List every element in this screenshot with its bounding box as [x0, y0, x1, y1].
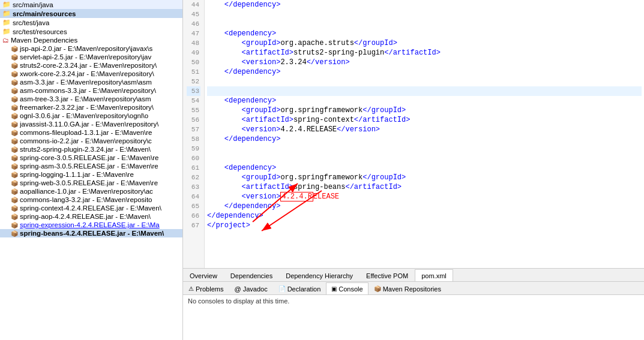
editor-tab[interactable]: pom.xml	[415, 269, 453, 281]
console-tab-label: @ Javadoc	[234, 285, 267, 293]
tree-label: Maven Dependencies	[11, 37, 77, 44]
jar-icon: 📦	[11, 163, 18, 170]
tree-item[interactable]: 📦asm-3.3.jar - E:\Maven\repository\asm\a…	[0, 78, 182, 86]
line-number: 54	[187, 96, 200, 106]
console-tab[interactable]: ▣Console	[326, 282, 368, 294]
code-editor[interactable]: 4445464748495051525354555657585960616263…	[183, 0, 644, 268]
tree-item[interactable]: 📦commons-io-2.2.jar - E:\Maven\repositor…	[0, 137, 182, 145]
xml-tag: <artifactId>	[242, 116, 293, 124]
tree-item[interactable]: 📦spring-asm-3.0.5.RELEASE.jar - E:\Maven…	[0, 162, 182, 170]
tree-item[interactable]: 📁src/test/java	[0, 18, 182, 27]
jar-icon: 📦	[11, 113, 18, 119]
tree-item[interactable]: 📦spring-beans-4.2.4.RELEASE.jar - E:\Mav…	[0, 229, 182, 237]
line-number: 57	[187, 125, 200, 134]
tree-item[interactable]: 📦servlet-api-2.5.jar - E:\Maven\reposito…	[0, 53, 182, 61]
editor-tab[interactable]: Dependencies	[224, 269, 279, 281]
xml-tag: </version>	[307, 58, 350, 67]
code-line: <groupId>org.springframework</groupId>	[207, 106, 642, 115]
xml-tag: <version>	[242, 58, 281, 67]
comment-text	[207, 20, 224, 28]
line-number: 56	[187, 115, 200, 125]
tree-item[interactable]: 📦struts2-core-2.3.24.jar - E:\Maven\repo…	[0, 61, 182, 70]
console-tab[interactable]: @ Javadoc	[229, 282, 272, 294]
tree-label: spring-logging-1.1.1.jar - E:\Maven\re	[20, 171, 134, 178]
tree-item[interactable]: 📁src/main/resources	[0, 9, 182, 18]
xml-tag: <groupId>	[242, 173, 281, 182]
jar-icon: 📦	[11, 88, 18, 94]
comment-zh	[207, 154, 224, 163]
line-number: 58	[187, 134, 200, 144]
line-number: 50	[187, 58, 200, 67]
line-number: 47	[187, 29, 200, 38]
console-tab-label: Console	[339, 285, 363, 293]
console-tab[interactable]: ⚠Problems	[183, 282, 229, 294]
jar-icon: 📦	[11, 230, 18, 237]
tree-item[interactable]: 🗂Maven Dependencies	[0, 36, 182, 44]
tree-item[interactable]: 📦commons-lang3-3.2.jar - E:\Maven\reposi…	[0, 195, 182, 204]
tree-item[interactable]: 📦jsp-api-2.0.jar - E:\Maven\repository\j…	[0, 44, 182, 53]
jar-icon: 📦	[11, 130, 18, 136]
tree-label: ognl-3.0.6.jar - E:\Maven\repository\ogn…	[20, 112, 148, 119]
console-tab[interactable]: 📄Declaration	[273, 282, 327, 294]
code-line: </dependency>	[207, 67, 642, 77]
folder-icon: 📁	[2, 19, 11, 26]
tree-label: spring-expression-4.2.4.RELEASE.jar - E:…	[20, 221, 160, 228]
console-content: No consoles to display at this time.	[183, 295, 644, 340]
editor-tab[interactable]: Dependency Hierarchy	[279, 269, 360, 281]
line-number: 63	[187, 182, 200, 192]
line-number: 67	[187, 221, 200, 230]
xml-tag: </artifactId>	[354, 116, 411, 124]
tree-item[interactable]: 📦spring-context-4.2.4.RELEASE.jar - E:\M…	[0, 204, 182, 212]
tree-item[interactable]: 📦spring-logging-1.1.1.jar - E:\Maven\re	[0, 170, 182, 179]
tree-label: commons-io-2.2.jar - E:\Maven\repository…	[20, 137, 152, 145]
comment-text	[207, 87, 224, 95]
tree-item[interactable]: 📦spring-aop-4.2.4.RELEASE.jar - E:\Maven…	[0, 212, 182, 221]
tree-item[interactable]: 📦spring-expression-4.2.4.RELEASE.jar - E…	[0, 221, 182, 229]
tree-item[interactable]: 📦xwork-core-2.3.24.jar - E:\Maven\reposi…	[0, 70, 182, 78]
code-line	[207, 10, 642, 19]
tree-label: src/test/resources	[13, 28, 67, 35]
tree-label: javassist-3.11.0.GA.jar - E:\Maven\repos…	[20, 121, 158, 128]
tree-item[interactable]: 📦ognl-3.0.6.jar - E:\Maven\repository\og…	[0, 112, 182, 120]
xml-tag: </dependency>	[224, 68, 281, 76]
tree-label: spring-beans-4.2.4.RELEASE.jar - E:\Mave…	[20, 230, 164, 237]
tree-label: servlet-api-2.5.jar - E:\Maven\repositor…	[20, 53, 151, 61]
editor-tab[interactable]: Effective POM	[360, 269, 415, 281]
xml-tag: </groupId>	[354, 39, 397, 47]
tree-item[interactable]: 📦struts2-spring-plugin-2.3.24.jar - E:\M…	[0, 145, 182, 154]
jar-icon: 📦	[11, 54, 18, 61]
tree-label: src/test/java	[13, 19, 49, 26]
xml-tag: <dependency>	[224, 29, 276, 38]
tree-item[interactable]: 📦commons-fileupload-1.3.1.jar - E:\Maven…	[0, 128, 182, 137]
editor-tab[interactable]: Overview	[183, 269, 224, 281]
right-panel: 4445464748495051525354555657585960616263…	[183, 0, 644, 340]
jar-icon: 📦	[11, 121, 18, 128]
tree-item[interactable]: 📦spring-web-3.0.5.RELEASE.jar - E:\Maven…	[0, 179, 182, 187]
xml-tag: </version>	[337, 125, 380, 134]
code-line: <artifactId>struts2-spring-plugin</artif…	[207, 48, 642, 58]
console-tab-icon: 📄	[278, 285, 286, 292]
tree-item[interactable]: 📦asm-tree-3.3.jar - E:\Maven\repository\…	[0, 95, 182, 103]
tree-item[interactable]: 📦aopalliance-1.0.jar - E:\Maven\reposito…	[0, 187, 182, 195]
jar-icon: 📦	[11, 138, 18, 145]
xml-tag: <version>	[242, 125, 281, 134]
code-line: <version>4.2.4.RELEASE</version>	[207, 125, 642, 134]
tree-label: src/main/resources	[13, 10, 76, 17]
line-number: 55	[187, 106, 200, 115]
tree-item[interactable]: 📦asm-commons-3.3.jar - E:\Maven\reposito…	[0, 86, 182, 95]
code-line	[207, 86, 642, 96]
console-tab[interactable]: 📦Maven Repositories	[369, 282, 447, 294]
xml-tag: </dependency>	[224, 1, 281, 9]
line-number: 62	[187, 173, 200, 182]
tree-item[interactable]: 📦javassist-3.11.0.GA.jar - E:\Maven\repo…	[0, 120, 182, 128]
tree-item[interactable]: 📦freemarker-2.3.22.jar - E:\Maven\reposi…	[0, 103, 182, 112]
xml-tag: </groupId>	[363, 173, 406, 182]
xml-tag: </dependency>	[207, 212, 263, 220]
code-line: <groupId>org.apache.struts</groupId>	[207, 38, 642, 48]
tree-label: aopalliance-1.0.jar - E:\Maven\repositor…	[20, 188, 153, 195]
line-number: 53	[187, 86, 200, 96]
tree-item[interactable]: 📁src/main/java	[0, 0, 182, 9]
jar-icon: 📦	[11, 104, 18, 111]
tree-item[interactable]: 📁src/test/resources	[0, 27, 182, 36]
tree-item[interactable]: 📦spring-core-3.0.5.RELEASE.jar - E:\Mave…	[0, 154, 182, 162]
